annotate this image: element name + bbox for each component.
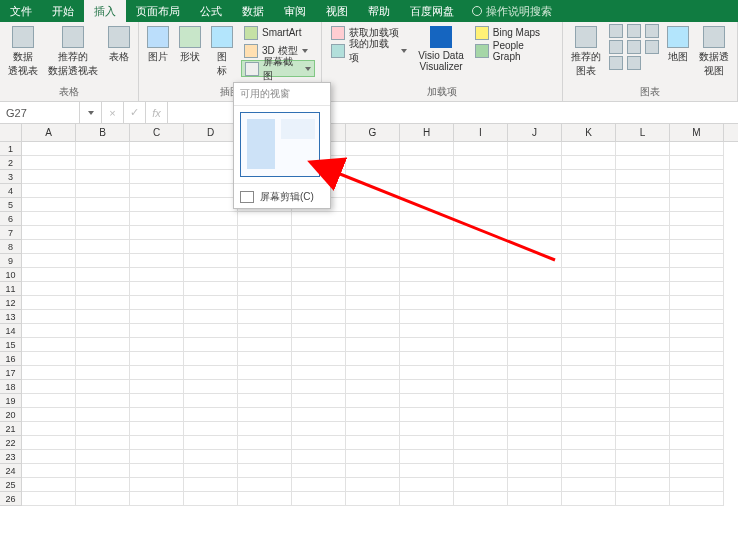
cell[interactable] <box>562 212 616 226</box>
cell[interactable] <box>346 156 400 170</box>
cell[interactable] <box>184 282 238 296</box>
cell[interactable] <box>238 310 292 324</box>
cell[interactable] <box>670 394 724 408</box>
cell[interactable] <box>346 310 400 324</box>
cell[interactable] <box>184 366 238 380</box>
cell[interactable] <box>22 366 76 380</box>
chart-type-icon[interactable] <box>627 56 641 70</box>
cell[interactable] <box>346 492 400 506</box>
cell[interactable] <box>454 226 508 240</box>
cell[interactable] <box>184 450 238 464</box>
cell[interactable] <box>184 296 238 310</box>
row-header[interactable]: 11 <box>0 282 22 296</box>
cell[interactable] <box>400 450 454 464</box>
cell[interactable] <box>616 310 670 324</box>
cell[interactable] <box>400 352 454 366</box>
cell[interactable] <box>238 394 292 408</box>
cell[interactable] <box>562 282 616 296</box>
cell[interactable] <box>130 352 184 366</box>
cell[interactable] <box>454 310 508 324</box>
cell[interactable] <box>292 268 346 282</box>
cell[interactable] <box>130 394 184 408</box>
cell[interactable] <box>454 338 508 352</box>
cell[interactable] <box>508 422 562 436</box>
cell[interactable] <box>562 184 616 198</box>
cell[interactable] <box>454 422 508 436</box>
cell[interactable] <box>508 254 562 268</box>
cell[interactable] <box>346 450 400 464</box>
cell[interactable] <box>616 254 670 268</box>
cell[interactable] <box>22 310 76 324</box>
cell[interactable] <box>292 254 346 268</box>
cell[interactable] <box>400 464 454 478</box>
row-header[interactable]: 26 <box>0 492 22 506</box>
cell[interactable] <box>616 226 670 240</box>
cell[interactable] <box>508 450 562 464</box>
column-header[interactable]: J <box>508 124 562 141</box>
cell[interactable] <box>616 394 670 408</box>
cell[interactable] <box>670 198 724 212</box>
row-header[interactable]: 21 <box>0 422 22 436</box>
chart-type-icon[interactable] <box>627 24 641 38</box>
cell[interactable] <box>454 198 508 212</box>
cell[interactable] <box>346 338 400 352</box>
cell[interactable] <box>76 142 130 156</box>
cell[interactable] <box>22 198 76 212</box>
cell[interactable] <box>346 352 400 366</box>
cell[interactable] <box>184 324 238 338</box>
cell[interactable] <box>346 184 400 198</box>
cell[interactable] <box>130 310 184 324</box>
cell[interactable] <box>454 156 508 170</box>
cell[interactable] <box>22 338 76 352</box>
cell[interactable] <box>454 450 508 464</box>
cell[interactable] <box>292 226 346 240</box>
row-header[interactable]: 20 <box>0 408 22 422</box>
cell[interactable] <box>130 142 184 156</box>
cell[interactable] <box>184 142 238 156</box>
cell[interactable] <box>670 310 724 324</box>
cell[interactable] <box>238 478 292 492</box>
cell[interactable] <box>184 240 238 254</box>
cell[interactable] <box>130 296 184 310</box>
cell[interactable] <box>76 212 130 226</box>
cell[interactable] <box>616 464 670 478</box>
cell[interactable] <box>670 268 724 282</box>
cell[interactable] <box>670 492 724 506</box>
cell[interactable] <box>670 478 724 492</box>
cell[interactable] <box>346 268 400 282</box>
cell[interactable] <box>454 366 508 380</box>
cell[interactable] <box>508 296 562 310</box>
row-header[interactable]: 1 <box>0 142 22 156</box>
cell[interactable] <box>454 436 508 450</box>
cell[interactable] <box>76 184 130 198</box>
cell[interactable] <box>292 380 346 394</box>
cell[interactable] <box>22 268 76 282</box>
cell[interactable] <box>76 310 130 324</box>
cell[interactable] <box>130 226 184 240</box>
column-header[interactable]: C <box>130 124 184 141</box>
cell[interactable] <box>130 450 184 464</box>
cell[interactable] <box>292 324 346 338</box>
cell[interactable] <box>400 212 454 226</box>
cell[interactable] <box>184 310 238 324</box>
cell[interactable] <box>562 464 616 478</box>
cell[interactable] <box>562 352 616 366</box>
row-header[interactable]: 3 <box>0 170 22 184</box>
cell[interactable] <box>454 408 508 422</box>
cell[interactable] <box>670 380 724 394</box>
cell[interactable] <box>346 464 400 478</box>
cell[interactable] <box>76 492 130 506</box>
cell[interactable] <box>400 310 454 324</box>
cell[interactable] <box>292 240 346 254</box>
cell[interactable] <box>400 170 454 184</box>
cell[interactable] <box>292 422 346 436</box>
cell[interactable] <box>454 254 508 268</box>
cell[interactable] <box>508 212 562 226</box>
cell[interactable] <box>400 184 454 198</box>
cell[interactable] <box>184 338 238 352</box>
cell[interactable] <box>670 156 724 170</box>
row-header[interactable]: 2 <box>0 156 22 170</box>
cell[interactable] <box>670 352 724 366</box>
cell[interactable] <box>508 366 562 380</box>
map-chart-button[interactable]: 地图 <box>665 24 691 66</box>
